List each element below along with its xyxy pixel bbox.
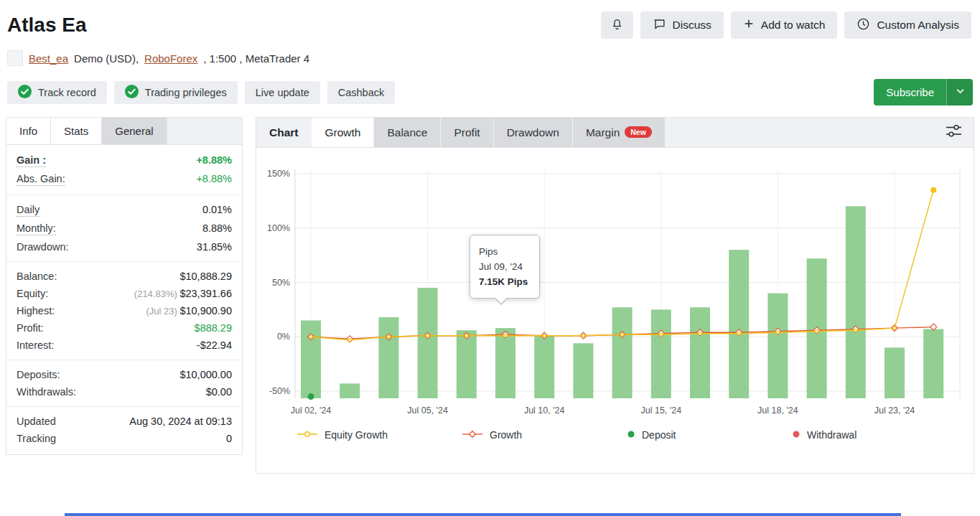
svg-text:Jul 02, '24: Jul 02, '24 <box>291 405 332 416</box>
legend-label: Growth <box>490 429 522 441</box>
growth-marker-icon <box>462 429 483 441</box>
stat-row-deposits: Deposits:$10,000.00 <box>6 366 242 383</box>
tooltip-title: Pips <box>479 246 531 257</box>
page-title: Atlas Ea <box>7 14 87 37</box>
subscribe-button[interactable]: Subscribe <box>874 79 973 105</box>
stat-label-interest: Interest: <box>17 339 54 351</box>
deposit-marker-icon <box>627 429 635 441</box>
stat-label-daily[interactable]: Daily <box>17 204 39 217</box>
equity-growth-marker-icon <box>297 429 318 441</box>
stat-label-profit: Profit: <box>17 322 44 334</box>
svg-text:Jul 10, '24: Jul 10, '24 <box>524 405 565 416</box>
tab-margin[interactable]: MarginNew <box>573 118 665 147</box>
account-meta-pre: Demo (USD), <box>74 52 139 65</box>
badge-cashback[interactable]: Cashback <box>327 81 395 104</box>
badge-label: Cashback <box>338 87 384 98</box>
divider <box>6 261 242 262</box>
stat-row-abs-gain: Abs. Gain:+8.88% <box>6 170 242 189</box>
divider <box>6 194 242 195</box>
info-panel: Info Stats General Gain :+8.88%Abs. Gain… <box>6 117 243 455</box>
stat-value-tracking: 0 <box>226 433 232 444</box>
stat-row-profit: Profit:$888.29 <box>6 319 242 337</box>
tab-margin-label: Margin <box>586 126 620 139</box>
growth-chart-svg[interactable]: 150%100%50%0%-50%Jul 02, '24Jul 05, '24J… <box>260 152 969 421</box>
stat-row-withdrawals: Withdrawals:$0.00 <box>6 383 242 400</box>
stat-muted-highest: (Jul 23) <box>146 306 179 316</box>
tab-info[interactable]: Info <box>6 118 51 144</box>
tab-general[interactable]: General <box>102 118 167 144</box>
svg-text:Jul 15, '24: Jul 15, '24 <box>641 405 682 416</box>
legend-withdrawal[interactable]: Withdrawal <box>792 429 957 441</box>
custom-analysis-label: Custom Analysis <box>877 19 959 32</box>
svg-text:Jul 05, '24: Jul 05, '24 <box>407 405 448 416</box>
stat-value-abs-gain: +8.88% <box>196 173 232 184</box>
check-circle-icon <box>18 85 32 100</box>
stat-label-monthly[interactable]: Monthly: <box>17 222 56 235</box>
badge-trading-privileges[interactable]: Trading privileges <box>114 81 238 104</box>
tab-balance[interactable]: Balance <box>374 118 440 147</box>
sliders-icon <box>946 124 962 141</box>
stat-row-gain: Gain :+8.88% <box>6 151 242 170</box>
main-content: Info Stats General Gain :+8.88%Abs. Gain… <box>6 117 974 474</box>
stat-row-tracking: Tracking0 <box>6 430 242 447</box>
tab-profit[interactable]: Profit <box>441 118 493 147</box>
broker-link[interactable]: RoboForex <box>144 52 197 65</box>
svg-text:50%: 50% <box>272 278 290 288</box>
tab-stats[interactable]: Stats <box>51 118 102 144</box>
chat-icon <box>653 17 666 34</box>
tab-chart[interactable]: Chart <box>256 118 311 147</box>
account-owner-link[interactable]: Best_ea <box>29 52 68 65</box>
stat-row-daily: Daily0.01% <box>6 201 242 220</box>
svg-text:Jul 23, '24: Jul 23, '24 <box>874 405 915 416</box>
stat-value-profit: $888.29 <box>195 322 232 334</box>
divider <box>6 406 242 407</box>
stat-label-gain[interactable]: Gain : <box>17 154 46 167</box>
stat-value-interest: -$22.94 <box>197 339 232 351</box>
legend-deposit[interactable]: Deposit <box>627 429 792 441</box>
badge-track-record[interactable]: Track record <box>7 81 107 104</box>
stat-row-interest: Interest:-$22.94 <box>6 337 242 354</box>
add-to-watch-button[interactable]: Add to watch <box>731 11 838 39</box>
check-circle-icon <box>125 85 139 100</box>
stat-value-equity: (214.83%) $23,391.66 <box>134 288 232 299</box>
header: Atlas Ea Discuss Add to watch <box>0 0 980 39</box>
custom-analysis-button[interactable]: Custom Analysis <box>844 11 971 39</box>
discuss-button[interactable]: Discuss <box>640 11 724 39</box>
chart-panel: Chart Growth Balance Profit Drawdown Mar… <box>256 117 974 474</box>
tab-drawdown[interactable]: Drawdown <box>494 118 572 147</box>
badge-label: Track record <box>38 87 96 98</box>
stat-value-highest: (Jul 23) $10,900.90 <box>146 305 232 316</box>
stat-label-tracking: Tracking <box>17 433 56 444</box>
stat-label-equity: Equity: <box>17 288 48 299</box>
svg-text:Jul 18, '24: Jul 18, '24 <box>757 405 798 416</box>
legend-label: Deposit <box>642 429 676 441</box>
stats-list: Gain :+8.88%Abs. Gain:+8.88%Daily0.01%Mo… <box>6 145 242 454</box>
bottom-edge-line <box>65 513 901 516</box>
legend-growth[interactable]: Growth <box>462 429 627 441</box>
header-actions: Discuss Add to watch Custom Analysis <box>601 11 971 39</box>
badge-live-update[interactable]: Live update <box>245 81 320 104</box>
notifications-button[interactable] <box>601 11 633 39</box>
stat-label-balance: Balance: <box>17 271 57 282</box>
account-line: Best_ea Demo (USD), RoboForex , 1:500 , … <box>7 50 980 66</box>
badge-label: Live update <box>256 87 309 98</box>
stat-label-abs-gain[interactable]: Abs. Gain: <box>17 173 65 186</box>
stat-value-daily: 0.01% <box>202 204 232 215</box>
tooltip-date: Jul 09, '24 <box>479 261 531 272</box>
bell-icon <box>610 17 624 34</box>
subscribe-dropdown-toggle[interactable] <box>946 79 973 105</box>
tab-growth[interactable]: Growth <box>312 118 373 147</box>
chart-panel-tabs: Chart Growth Balance Profit Drawdown Mar… <box>256 118 974 148</box>
add-to-watch-label: Add to watch <box>761 19 826 32</box>
chart-settings-button[interactable] <box>946 118 974 147</box>
growth-chart-area: 150%100%50%0%-50%Jul 02, '24Jul 05, '24J… <box>256 148 974 423</box>
badges-row: Track record Trading privileges Live upd… <box>7 79 973 105</box>
chart-tooltip: Pips Jul 09, '24 7.15K Pips <box>470 235 540 299</box>
page: Atlas Ea Discuss Add to watch <box>0 0 980 474</box>
legend-equity-growth[interactable]: Equity Growth <box>297 429 462 441</box>
new-badge: New <box>625 126 652 138</box>
stat-label-highest: Highest: <box>17 305 55 316</box>
stat-value-deposits: $10,000.00 <box>179 369 232 380</box>
stat-value-monthly: 8.88% <box>202 222 232 234</box>
subscribe-label: Subscribe <box>874 79 946 105</box>
